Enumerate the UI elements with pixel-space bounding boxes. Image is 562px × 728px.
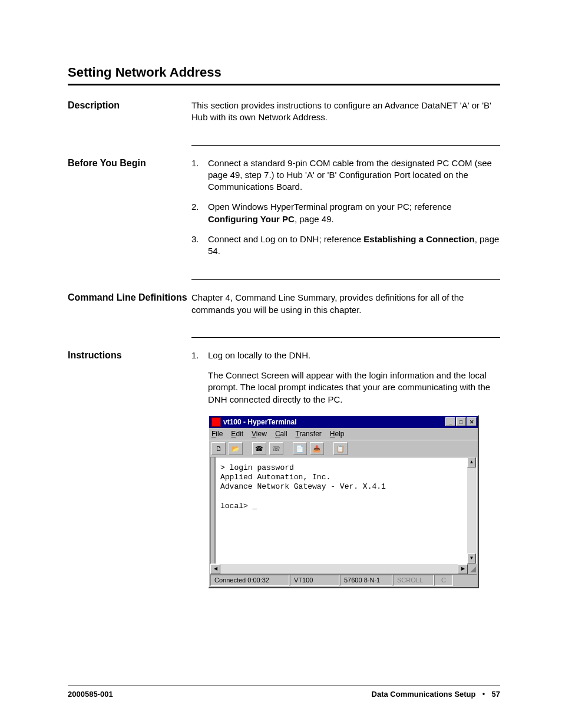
title-rule bbox=[68, 84, 500, 85]
divider bbox=[191, 145, 500, 146]
horizontal-scrollbar[interactable]: ◀ ▶ bbox=[210, 564, 477, 573]
status-scroll: SCROLL bbox=[393, 575, 434, 586]
app-icon bbox=[211, 417, 221, 427]
heading-instructions: Instructions bbox=[68, 350, 191, 588]
divider bbox=[191, 337, 500, 338]
hyperterminal-window: vt100 - HyperTerminal _ □ ✕ File Edit Vi… bbox=[208, 415, 479, 588]
before-item-1: Connect a standard 9-pin COM cable from … bbox=[191, 157, 500, 193]
terminal-gutter bbox=[211, 457, 216, 564]
instructions-item-1: Log on locally to the DNH. The Connect S… bbox=[191, 350, 500, 406]
menu-transfer[interactable]: Transfer bbox=[296, 429, 322, 439]
page-title: Setting Network Address bbox=[68, 65, 500, 80]
status-caps: C bbox=[434, 575, 453, 586]
menu-help[interactable]: Help bbox=[330, 429, 345, 439]
maximize-button[interactable]: □ bbox=[456, 417, 466, 426]
divider bbox=[191, 279, 500, 280]
before-item-2: Open Windows HyperTerminal program on yo… bbox=[191, 201, 500, 225]
tool-send-icon[interactable]: 📄 bbox=[293, 442, 307, 455]
section-before: Before You Begin Connect a standard 9-pi… bbox=[68, 157, 500, 266]
scroll-right-icon[interactable]: ▶ bbox=[458, 564, 468, 574]
terminal-output[interactable]: > login password Applied Automation, Inc… bbox=[216, 457, 467, 564]
menubar: File Edit View Call Transfer Help bbox=[209, 428, 478, 440]
statusbar: Connected 0:00:32 VT100 57600 8-N-1 SCRO… bbox=[210, 574, 477, 586]
menu-call[interactable]: Call bbox=[275, 429, 287, 439]
description-body: This section provides instructions to co… bbox=[191, 100, 500, 124]
toolbar: 🗋 📂 ☎ ☏ 📄 📥 📋 bbox=[209, 440, 478, 457]
section-instructions: Instructions Log on locally to the DNH. … bbox=[68, 350, 500, 588]
close-button[interactable]: ✕ bbox=[467, 417, 477, 426]
footer-page: 57 bbox=[492, 690, 500, 699]
status-settings: 57600 8-N-1 bbox=[340, 575, 392, 586]
tool-connect-icon[interactable]: ☎ bbox=[252, 442, 266, 455]
status-connected: Connected 0:00:32 bbox=[210, 575, 289, 586]
tool-new-icon[interactable]: 🗋 bbox=[211, 442, 226, 455]
footer-section: Data Communications Setup bbox=[372, 690, 476, 699]
scroll-left-icon[interactable]: ◀ bbox=[210, 564, 220, 574]
heading-description: Description bbox=[68, 100, 191, 131]
menu-file[interactable]: File bbox=[211, 429, 223, 439]
scroll-up-icon[interactable]: ▲ bbox=[467, 457, 476, 467]
heading-before: Before You Begin bbox=[68, 157, 191, 266]
vertical-scrollbar[interactable]: ▲ ▼ bbox=[467, 457, 476, 564]
before-item-3: Connect and Log on to DNH; reference Est… bbox=[191, 233, 500, 258]
tool-properties-icon[interactable]: 📋 bbox=[333, 442, 348, 455]
heading-cmddefs: Command Line Definitions bbox=[68, 292, 191, 323]
section-description: Description This section provides instru… bbox=[68, 100, 500, 131]
section-cmddefs: Command Line Definitions Chapter 4, Comm… bbox=[68, 292, 500, 323]
scroll-down-icon[interactable]: ▼ bbox=[467, 554, 476, 564]
window-title: vt100 - HyperTerminal bbox=[223, 417, 445, 427]
tool-open-icon[interactable]: 📂 bbox=[229, 442, 243, 455]
menu-edit[interactable]: Edit bbox=[231, 429, 243, 439]
resize-grip-icon[interactable] bbox=[468, 564, 477, 573]
tool-receive-icon[interactable]: 📥 bbox=[310, 442, 324, 455]
cmddefs-body: Chapter 4, Command Line Summary, provide… bbox=[191, 292, 500, 316]
footer-docnum: 2000585-001 bbox=[68, 690, 113, 699]
titlebar[interactable]: vt100 - HyperTerminal _ □ ✕ bbox=[209, 416, 478, 428]
minimize-button[interactable]: _ bbox=[445, 417, 455, 426]
menu-view[interactable]: View bbox=[252, 429, 267, 439]
instructions-item-1-body: The Connect Screen will appear with the … bbox=[208, 370, 500, 406]
tool-disconnect-icon[interactable]: ☏ bbox=[269, 442, 283, 455]
status-emulation: VT100 bbox=[290, 575, 339, 586]
page-footer: 2000585-001 Data Communications Setup • … bbox=[68, 686, 500, 699]
